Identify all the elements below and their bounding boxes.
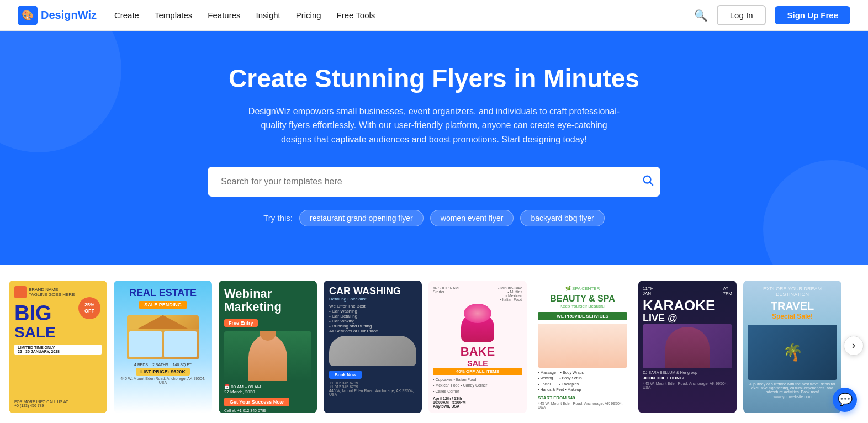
- hero-title: Create Stunning Flyers in Minutes: [11, 64, 857, 93]
- re-badge: SALE PENDING: [139, 301, 187, 309]
- template-card-beauty-spa[interactable]: 🌿 SPA CENTER BEAUTY & SPA Keep Yourself …: [533, 281, 632, 413]
- trav-explore: EXPLORE YOUR DREAM DESTINATION: [748, 286, 837, 297]
- spa-person-img: [538, 324, 627, 368]
- search-input[interactable]: [208, 167, 660, 197]
- trav-address: www.yourwebsite.com: [748, 395, 837, 399]
- brand-text: BRAND NAMETAGLINE GOES HERE: [29, 287, 75, 297]
- bake-subtitle: SALE: [433, 359, 522, 368]
- search-icon[interactable]: 🔍: [694, 9, 708, 22]
- template-card-car-wash[interactable]: CAR WASHING Detailing Specialist We Offe…: [324, 281, 422, 413]
- hero-subtitle: DesignWiz empowers small businesses, eve…: [246, 104, 622, 147]
- login-button[interactable]: Log In: [717, 5, 766, 25]
- re-baths: 2 BATHS: [152, 363, 168, 367]
- kar-venue: JOHN DOE LOUNGE: [643, 376, 732, 380]
- kar-live: LIVE @: [643, 313, 732, 324]
- discount-badge: 25%OFF: [78, 297, 100, 319]
- trav-img: 🌴: [748, 325, 837, 380]
- carousel-track: BRAND NAMETAGLINE GOES HERE 25%OFF BIG S…: [0, 276, 868, 417]
- search-bar: [208, 167, 660, 197]
- wb-badge: Free Entry: [224, 319, 258, 327]
- nav-free-tools[interactable]: Free Tools: [337, 10, 375, 20]
- footer-text: FOR MORE INFO CALL US AT:+0 (123) 456 78…: [14, 400, 102, 408]
- kar-time: AT7PM: [723, 286, 732, 296]
- carousel-next-button[interactable]: ›: [844, 336, 864, 356]
- car-image: [329, 336, 416, 366]
- wb-time: 📅 09 AM – 09 AM27 March, 2030: [224, 384, 311, 394]
- chat-icon: 💬: [838, 393, 853, 407]
- bake-discount: 40% OFF ALL ITEMS: [433, 368, 522, 375]
- house-image: [127, 315, 199, 359]
- kar-date: 11THJAN: [643, 286, 654, 296]
- nav-create[interactable]: Create: [114, 10, 139, 20]
- kar-date-row: 11THJAN AT7PM: [643, 286, 732, 296]
- template-card-travel[interactable]: EXPLORE YOUR DREAM DESTINATION TRAVEL Sp…: [743, 281, 841, 413]
- limited-offer: LIMITED TIME ONLY22 - 30 JANUARY, 2028: [14, 345, 102, 355]
- navbar: 🎨 DesignWiz Create Templates Features In…: [0, 0, 868, 31]
- brand-icon: [14, 286, 27, 298]
- wb-person-img: [224, 331, 311, 381]
- trav-desc: A journey of a lifetime with the best tr…: [748, 382, 837, 394]
- logo-link[interactable]: 🎨 DesignWiz: [18, 6, 97, 25]
- spa-title: BEAUTY & SPA: [538, 293, 627, 304]
- re-price: LIST PRICE: $620K: [136, 368, 190, 376]
- hero-section: Create Stunning Flyers in Minutes Design…: [0, 31, 868, 265]
- kar-address: 445 W, Mount Eden Road, Anchorage, AK 99…: [643, 382, 732, 389]
- bs-header: 🛍 SHOP NAMEStarter • Minute-Cake• Muffin…: [433, 286, 522, 302]
- nav-pricing[interactable]: Pricing: [296, 10, 321, 20]
- cw-title: CAR WASHING: [329, 286, 416, 297]
- cw-contact: +1 012 345 6789+1 012 345 6789445 W, Mou…: [329, 381, 416, 396]
- nav-features[interactable]: Features: [208, 10, 240, 20]
- re-sqft: 140 SQ FT: [173, 363, 192, 367]
- bake-date: April 12th / 13th10:00AM - 5:00PMAnytown…: [433, 396, 522, 408]
- trav-special: Special Sale!: [748, 313, 837, 320]
- person-silhouette: [248, 334, 287, 381]
- nav-actions: 🔍 Log In Sign Up Free: [694, 5, 850, 25]
- template-card-bake-sale[interactable]: 🛍 SHOP NAMEStarter • Minute-Cake• Muffin…: [428, 281, 527, 413]
- spa-badge: WE PROVIDE SERVICES: [538, 312, 627, 320]
- logo-text: DesignWiz: [41, 9, 97, 22]
- logo-icon: 🎨: [18, 6, 38, 25]
- template-card-webinar[interactable]: Webinar Marketing Free Entry 📅 09 AM – 0…: [219, 281, 317, 413]
- trav-title-main: TRAVEL: [748, 299, 837, 313]
- spa-address: 445 W, Mount Eden Road, Anchorage, AK 99…: [538, 401, 627, 409]
- spa-subtitle: Keep Yourself Beautiful: [538, 304, 627, 309]
- chip-bbq[interactable]: backyard bbq flyer: [520, 210, 604, 226]
- kar-person-img: [643, 324, 732, 368]
- bake-items: • Cupcakes • Italian Food• Mexican Food …: [433, 377, 522, 395]
- bs-cupcake-img: [433, 304, 522, 342]
- cw-offer: We Offer The Best• Car Washing• Car Deta…: [329, 304, 416, 334]
- spa-price: START FROM $49: [538, 395, 627, 400]
- search-button[interactable]: [642, 174, 654, 189]
- sale-text: SALE: [14, 324, 102, 341]
- spa-services: • Massage • Body Wraps • Waxing • Body S…: [538, 370, 627, 393]
- wb-cta: Get Your Success Now: [224, 398, 289, 406]
- signup-button[interactable]: Sign Up Free: [775, 6, 850, 24]
- wb-contact: Call at: +1 012 345 6789: [224, 409, 311, 413]
- template-card-real-estate[interactable]: REAL ESTATE SALE PENDING 4 BEDS 2 BATHS …: [114, 281, 212, 413]
- wb-title: Webinar Marketing: [224, 287, 311, 314]
- try-label: Try this:: [263, 213, 293, 223]
- re-address: 445 W, Mount Eden Road, Anchorage, AK 99…: [119, 377, 207, 384]
- re-beds: 4 BEDS: [134, 363, 148, 367]
- kar-title: KARAOKE: [643, 298, 732, 313]
- template-card-big-sale[interactable]: BRAND NAMETAGLINE GOES HERE 25%OFF BIG S…: [9, 281, 107, 413]
- re-title: REAL ESTATE: [129, 287, 197, 299]
- nav-links: Create Templates Features Insight Pricin…: [114, 10, 694, 20]
- cw-book-btn: Book Now: [329, 371, 362, 379]
- kar-dj: DJ SARA BELLUM & Her group: [643, 371, 732, 374]
- chip-restaurant[interactable]: restaurant grand opening flyer: [299, 210, 424, 226]
- templates-section: BRAND NAMETAGLINE GOES HERE 25%OFF BIG S…: [0, 265, 868, 423]
- nav-insight[interactable]: Insight: [256, 10, 280, 20]
- svg-line-1: [650, 182, 653, 185]
- nav-templates[interactable]: Templates: [155, 10, 192, 20]
- template-card-karaoke[interactable]: 11THJAN AT7PM KARAOKE LIVE @ DJ SARA BEL…: [638, 281, 737, 413]
- spa-header: 🌿 SPA CENTER: [538, 286, 627, 291]
- try-this-row: Try this: restaurant grand opening flyer…: [11, 210, 857, 226]
- bs-menu: • Minute-Cake• Muffins• Mexican• Italian…: [498, 286, 522, 302]
- bake-title: BAKE: [433, 345, 522, 359]
- bs-shop-info: 🛍 SHOP NAMEStarter: [433, 286, 461, 294]
- chip-women-event[interactable]: women event flyer: [430, 210, 514, 226]
- chat-widget[interactable]: 💬: [833, 388, 857, 412]
- cw-subtitle: Detailing Specialist: [329, 297, 416, 302]
